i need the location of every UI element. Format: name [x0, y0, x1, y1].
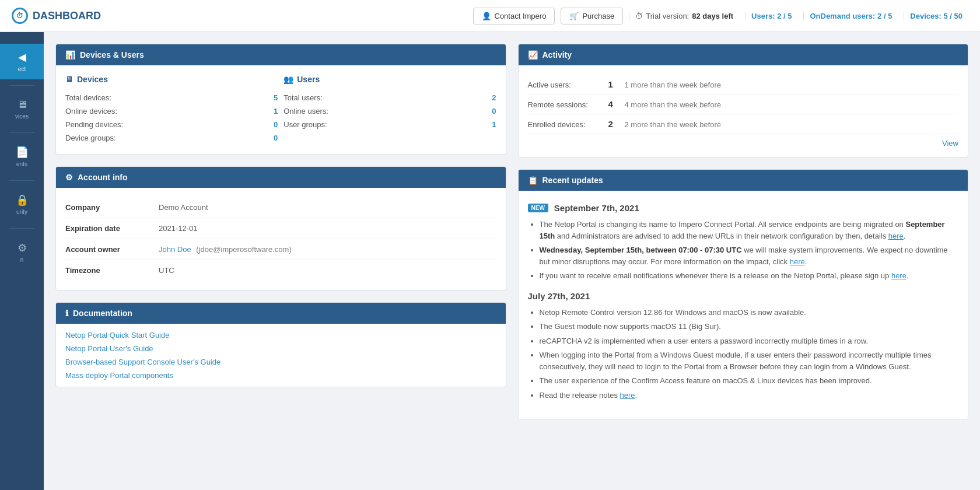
dashboard-icon: ⏱ — [12, 8, 28, 24]
update-link-here-3[interactable]: here — [891, 271, 907, 280]
updates-body: NEW September 7th, 2021 The Netop Portal… — [519, 191, 968, 419]
update-item-1-0: Netop Remote Control version 12.86 for W… — [540, 307, 959, 318]
doc-link-3[interactable]: Mass deploy Portal components — [65, 371, 496, 380]
devices-users-icon: 📊 — [65, 50, 75, 60]
update-item-0-1: Wednesday, September 15th, between 07:00… — [540, 244, 959, 267]
update-item-1-4: The user experience of the Confirm Acces… — [540, 375, 959, 387]
connect-icon: ◀ — [18, 51, 26, 64]
activity-header: 📈 Activity — [519, 44, 968, 65]
update-date-jul: July 27th, 2021 — [528, 291, 959, 301]
update-item-0-0: The Netop Portal is changing its name to… — [540, 219, 959, 242]
update-list-jul: Netop Remote Control version 12.86 for W… — [528, 307, 959, 401]
header-right: 👤 Contact Impero 🛒 Purchase ⏱ Trial vers… — [473, 8, 969, 24]
right-column: 📈 Activity Active users: 1 1 more than t… — [518, 44, 969, 420]
update-item-0-2: If you want to receive email notificatio… — [540, 270, 959, 282]
devices-users-card: 📊 Devices & Users 🖥 Devices Total device… — [55, 44, 506, 155]
activity-card: 📈 Activity Active users: 1 1 more than t… — [518, 44, 969, 158]
users-section-title: 👥 Users — [284, 75, 496, 84]
doc-link-1[interactable]: Netop Portal User's Guide — [65, 344, 496, 353]
cart-icon: 🛒 — [569, 12, 579, 20]
company-row: Company Demo Account — [65, 197, 496, 218]
update-item-1-5: Read the release notes here. — [540, 390, 959, 401]
devices-users-header: 📊 Devices & Users — [56, 44, 506, 65]
sidebar-item-settings[interactable]: ⚙ n — [0, 235, 44, 270]
users-section: 👥 Users Total users: 2 Online users: 0 U… — [284, 75, 496, 145]
settings-icon: ⚙ — [18, 242, 27, 254]
doc-link-0[interactable]: Netop Portal Quick Start Guide — [65, 331, 496, 340]
events-icon: 📄 — [16, 146, 29, 159]
owner-row: Account owner John Doe (jdoe@imperosoftw… — [65, 239, 496, 260]
sidebar-divider-3 — [9, 180, 35, 181]
new-badge: NEW — [528, 204, 548, 212]
update-item-1-1: The Guest module now supports macOS 11 (… — [540, 321, 959, 332]
total-users-row: Total users: 2 — [284, 91, 496, 104]
left-column: 📊 Devices & Users 🖥 Devices Total device… — [55, 44, 506, 420]
activity-row-0: Active users: 1 1 more than the week bef… — [528, 75, 959, 94]
sidebar-label-connect: ect — [18, 66, 26, 72]
dashboard-title: DASHBOARD — [33, 10, 101, 22]
trial-info: ⏱ Trial version: 82 days left — [629, 12, 739, 20]
recent-updates-card: 📋 Recent updates NEW September 7th, 2021… — [518, 169, 969, 420]
documentation-header: ℹ Documentation — [56, 303, 506, 324]
account-info-header: ⚙ Account info — [56, 167, 506, 188]
user-groups-row: User groups: 1 — [284, 118, 496, 131]
purchase-button[interactable]: 🛒 Purchase — [561, 8, 623, 24]
update-list-sep: The Netop Portal is changing its name to… — [528, 219, 959, 282]
sidebar-item-security[interactable]: 🔒 urity — [0, 187, 44, 222]
release-notes-link[interactable]: here — [620, 391, 635, 400]
doc-link-2[interactable]: Browser-based Support Console User's Gui… — [65, 358, 496, 366]
recent-updates-header: 📋 Recent updates — [519, 170, 968, 191]
contact-icon: 👤 — [482, 12, 491, 20]
owner-email: (jdoe@imperosoftware.com) — [196, 245, 291, 254]
devices-value: 5 / 50 — [943, 12, 963, 20]
activity-icon: 📈 — [528, 50, 538, 60]
activity-view-link[interactable]: View — [528, 134, 959, 148]
account-icon: ⚙ — [65, 173, 73, 182]
timezone-row: Timezone UTC — [65, 260, 496, 281]
devices-users-body: 🖥 Devices Total devices: 5 Online device… — [56, 65, 506, 154]
clock-icon: ⏱ — [635, 12, 643, 20]
sidebar: ◀ ect 🖥 vices 📄 ents 🔒 urity ⚙ n — [0, 32, 44, 490]
devices-section: 🖥 Devices Total devices: 5 Online device… — [65, 75, 278, 145]
devices-label: Devices: — [910, 12, 941, 20]
sidebar-label-security: urity — [16, 209, 27, 215]
devices-nav-icon: 🖥 — [17, 99, 27, 111]
main-content: 📊 Devices & Users 🖥 Devices Total device… — [44, 32, 980, 490]
sidebar-label-settings: n — [20, 257, 24, 263]
online-users-row: Online users: 0 — [284, 104, 496, 118]
top-header: ⏱ DASHBOARD 👤 Contact Impero 🛒 Purchase … — [0, 0, 980, 32]
account-info-body: Company Demo Account Expiration date 202… — [56, 188, 506, 290]
expiration-row: Expiration date 2021-12-01 — [65, 218, 496, 239]
sidebar-item-devices[interactable]: 🖥 vices — [0, 92, 44, 127]
total-devices-row: Total devices: 5 — [65, 91, 278, 104]
updates-icon: 📋 — [528, 176, 538, 185]
documentation-card: ℹ Documentation Netop Portal Quick Start… — [55, 302, 506, 387]
activity-row-2: Enrolled devices: 2 2 more than the week… — [528, 114, 959, 134]
sidebar-label-devices: vices — [15, 113, 29, 120]
devices-section-title: 🖥 Devices — [65, 75, 278, 84]
ondemand-stat: OnDemand users: 2 / 5 — [803, 12, 898, 20]
sidebar-divider-4 — [9, 228, 35, 229]
contact-button[interactable]: 👤 Contact Impero — [473, 8, 555, 24]
account-info-card: ⚙ Account info Company Demo Account Expi… — [55, 166, 506, 290]
device-groups-row: Device groups: 0 — [65, 131, 278, 145]
sidebar-label-events: ents — [16, 161, 27, 167]
activity-body: Active users: 1 1 more than the week bef… — [519, 65, 968, 157]
update-date-sep: NEW September 7th, 2021 — [528, 203, 959, 213]
ondemand-value: 2 / 5 — [877, 12, 892, 20]
update-item-1-3: When logging into the Portal from a Wind… — [540, 349, 959, 372]
monitor-icon: 🖥 — [65, 75, 74, 84]
account-table: Company Demo Account Expiration date 202… — [65, 197, 496, 281]
update-link-here-1[interactable]: here — [888, 232, 904, 240]
owner-link[interactable]: John Doe — [159, 245, 191, 254]
devices-stat: Devices: 5 / 50 — [904, 12, 968, 20]
online-devices-row: Online devices: 1 — [65, 104, 278, 118]
activity-row-1: Remote sessions: 4 4 more than the week … — [528, 94, 959, 114]
users-stat: Users: 2 / 5 — [745, 12, 797, 20]
sidebar-item-connect[interactable]: ◀ ect — [0, 44, 44, 79]
docs-icon: ℹ — [65, 309, 68, 318]
update-item-1-2: reCAPTCHA v2 is implemented when a user … — [540, 335, 959, 347]
ondemand-label: OnDemand users: — [810, 12, 875, 20]
sidebar-item-events[interactable]: 📄 ents — [0, 139, 44, 174]
update-link-here-2[interactable]: here — [790, 257, 805, 266]
